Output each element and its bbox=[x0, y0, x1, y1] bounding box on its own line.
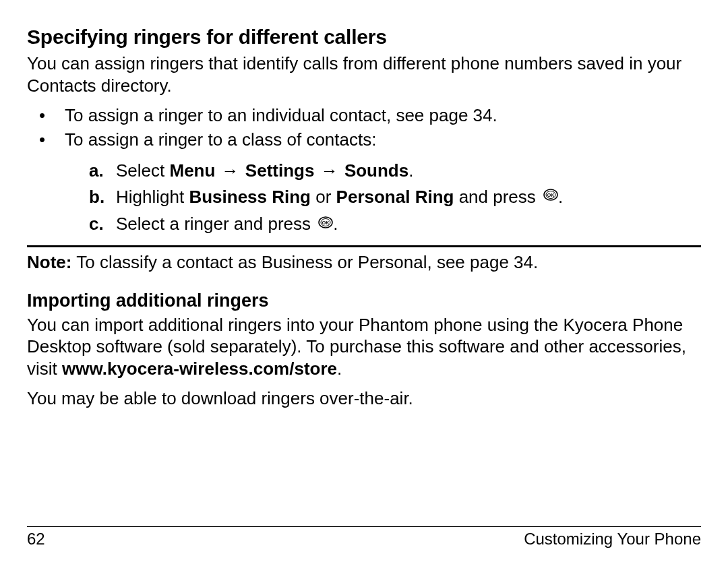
note-divider bbox=[27, 245, 701, 247]
page-number: 62 bbox=[27, 530, 45, 549]
period: . bbox=[558, 187, 563, 207]
period: . bbox=[337, 358, 342, 379]
arrow-icon: → bbox=[215, 160, 245, 181]
substep-marker: b. bbox=[89, 184, 104, 210]
personal-ring-label: Personal Ring bbox=[336, 187, 454, 207]
bullet-list: To assign a ringer to an individual cont… bbox=[27, 103, 701, 152]
menu-path-sounds: Sounds bbox=[344, 160, 408, 181]
substep-a-pre: Select bbox=[116, 160, 170, 181]
note-paragraph: Note: To classify a contact as Business … bbox=[27, 251, 701, 274]
intro-paragraph: You can assign ringers that identify cal… bbox=[27, 53, 701, 96]
substep-c-main: Select a ringer and press bbox=[116, 214, 315, 234]
substep-a-text: Select Menu → Settings → Sounds. bbox=[116, 160, 413, 181]
page-footer: 62 Customizing Your Phone bbox=[27, 526, 701, 549]
svg-text:OK: OK bbox=[322, 220, 330, 225]
ok-button-icon: OK bbox=[318, 211, 333, 237]
footer-rule bbox=[27, 526, 701, 527]
menu-path-menu: Menu bbox=[170, 160, 216, 181]
substep-marker: c. bbox=[89, 211, 104, 237]
ok-button-icon: OK bbox=[543, 183, 558, 210]
and-press-text: and press bbox=[454, 187, 541, 207]
substep-c: c. Select a ringer and press OK. bbox=[27, 211, 701, 239]
or-text: or bbox=[311, 187, 336, 207]
substep-marker: a. bbox=[89, 158, 104, 184]
period: . bbox=[408, 160, 413, 181]
note-text: To classify a contact as Business or Per… bbox=[71, 252, 538, 272]
import-paragraph-2: You may be able to download ringers over… bbox=[27, 387, 701, 410]
note-label: Note: bbox=[27, 252, 71, 272]
manual-page: Specifying ringers for different callers… bbox=[0, 0, 728, 562]
menu-path-settings: Settings bbox=[245, 160, 315, 181]
chapter-title: Customizing Your Phone bbox=[524, 530, 701, 549]
arrow-icon: → bbox=[314, 160, 344, 181]
substep-b: b. Highlight Business Ring or Personal R… bbox=[27, 184, 701, 212]
period: . bbox=[333, 214, 338, 234]
substep-c-text: Select a ringer and press OK. bbox=[116, 214, 338, 234]
substep-b-pre: Highlight bbox=[116, 187, 189, 207]
business-ring-label: Business Ring bbox=[189, 187, 311, 207]
section-heading-specifying-ringers: Specifying ringers for different callers bbox=[27, 26, 701, 49]
bullet-item-individual: To assign a ringer to an individual cont… bbox=[27, 103, 701, 127]
svg-text:OK: OK bbox=[547, 193, 555, 197]
bullet-item-class: To assign a ringer to a class of contact… bbox=[27, 127, 701, 152]
substep-b-text: Highlight Business Ring or Personal Ring… bbox=[116, 187, 563, 207]
sub-steps-list: a. Select Menu → Settings → Sounds. b. H… bbox=[27, 158, 701, 239]
store-url: www.kyocera-wireless.com/store bbox=[62, 358, 337, 379]
substep-a: a. Select Menu → Settings → Sounds. bbox=[27, 158, 701, 184]
section-heading-importing-ringers: Importing additional ringers bbox=[27, 290, 701, 311]
import-paragraph-1: You can import additional ringers into y… bbox=[27, 314, 701, 380]
